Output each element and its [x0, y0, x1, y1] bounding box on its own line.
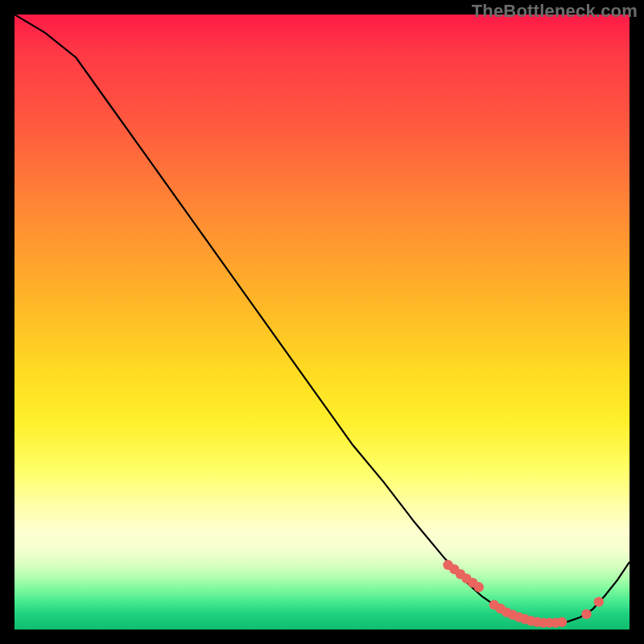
- watermark-text: TheBottleneck.com: [472, 1, 638, 22]
- curve-marker: [594, 597, 604, 606]
- chart-svg: [14, 14, 630, 630]
- chart-stage: TheBottleneck.com: [0, 0, 644, 644]
- curve-marker: [557, 617, 567, 627]
- bottleneck-curve: [14, 14, 630, 623]
- curve-marker: [581, 609, 591, 619]
- curve-marker: [474, 582, 484, 592]
